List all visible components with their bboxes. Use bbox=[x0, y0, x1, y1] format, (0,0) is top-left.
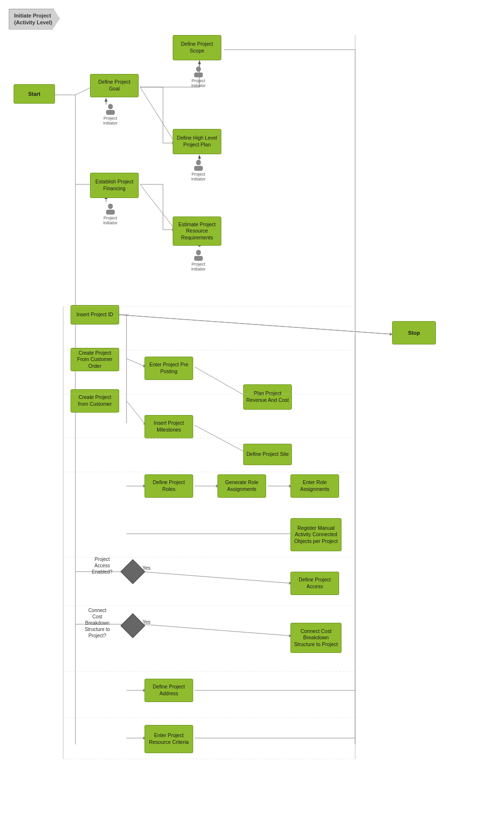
estimate-resources-box[interactable]: Estimate Project Resource Requirements bbox=[173, 217, 221, 246]
svg-line-25 bbox=[195, 425, 246, 452]
project-access-diamond bbox=[121, 560, 145, 584]
svg-line-14 bbox=[140, 184, 175, 230]
enter-role-assignments-label: Enter Role Assignments bbox=[293, 479, 337, 492]
role-project-initiator-4: Project Initiator bbox=[103, 202, 118, 225]
svg-point-38 bbox=[108, 204, 113, 209]
register-manual-activity-box[interactable]: Register Manual Activity Connected Objec… bbox=[290, 518, 342, 551]
connect-cost-breakdown-label: ConnectCostBreakdownStructure toProject? bbox=[75, 607, 119, 639]
insert-milestones-box[interactable]: Insert Project Milestones bbox=[144, 415, 193, 438]
role-project-initiator-3: Project Initiator bbox=[191, 158, 206, 181]
create-from-customer-box[interactable]: Create Project from Customer bbox=[71, 389, 119, 413]
define-project-goal-label: Define Project Goal bbox=[92, 79, 136, 92]
plan-revenue-cost-label: Plan Project Revenue And Cost bbox=[246, 390, 289, 403]
define-project-address-box[interactable]: Define Project Address bbox=[144, 679, 193, 702]
enter-pre-posting-box[interactable]: Enter Project Pre Posting bbox=[144, 357, 193, 380]
svg-point-34 bbox=[108, 104, 113, 109]
define-project-roles-box[interactable]: Define Project Roles bbox=[144, 474, 193, 498]
svg-line-24 bbox=[195, 367, 246, 396]
svg-rect-37 bbox=[194, 166, 203, 171]
enter-pre-posting-label: Enter Project Pre Posting bbox=[147, 361, 191, 375]
enter-resource-criteria-box[interactable]: Enter Project Resource Criteria bbox=[144, 725, 193, 753]
insert-milestones-label: Insert Project Milestones bbox=[147, 420, 191, 433]
role-project-initiator-1: Project Initiator bbox=[191, 65, 206, 88]
svg-line-20 bbox=[119, 315, 392, 334]
define-project-scope-box[interactable]: Define Project Scope bbox=[173, 35, 221, 60]
establish-financing-label: Establish Project Financing bbox=[92, 179, 136, 192]
define-project-address-label: Define Project Address bbox=[147, 684, 191, 697]
person-icon-5 bbox=[192, 248, 205, 262]
define-high-level-box[interactable]: Define High Level Project Plan bbox=[173, 129, 221, 154]
svg-line-9 bbox=[140, 87, 175, 143]
svg-point-36 bbox=[196, 160, 201, 165]
plan-revenue-cost-box[interactable]: Plan Project Revenue And Cost bbox=[243, 384, 292, 410]
enter-resource-criteria-label: Enter Project Resource Criteria bbox=[147, 732, 191, 745]
connector-lines bbox=[0, 0, 504, 831]
generate-role-assignments-label: Generate Role Assignments bbox=[220, 479, 264, 492]
project-access-yes-label: Yes bbox=[143, 565, 150, 571]
estimate-resources-label: Estimate Project Resource Requirements bbox=[175, 221, 219, 241]
enter-role-assignments-box[interactable]: Enter Role Assignments bbox=[290, 474, 339, 498]
diagram-container: Initiate Project (Activity Level) bbox=[0, 0, 504, 831]
start-box: Start bbox=[14, 84, 55, 104]
create-from-customer-order-box[interactable]: Create Project From Customer Order bbox=[71, 348, 119, 371]
svg-rect-33 bbox=[194, 72, 203, 77]
person-icon-2 bbox=[104, 102, 117, 116]
start-label: Start bbox=[28, 91, 40, 97]
connect-cost-breakdown-box[interactable]: Connect Cost Breakdown Structure to Proj… bbox=[290, 623, 342, 653]
stop-box: Stop bbox=[392, 321, 436, 344]
define-project-scope-label: Define Project Scope bbox=[175, 41, 219, 54]
define-project-roles-label: Define Project Roles bbox=[147, 479, 191, 492]
project-access-label: ProjectAccessEnabled? bbox=[83, 556, 122, 575]
svg-rect-35 bbox=[106, 110, 115, 115]
connect-cost-breakdown-yes-label: Yes bbox=[143, 619, 150, 625]
define-project-site-label: Define Project Site bbox=[247, 451, 289, 458]
role-project-initiator-5: Project Initiator bbox=[191, 248, 206, 271]
define-project-access-label: Define Project Access bbox=[293, 577, 337, 590]
svg-point-40 bbox=[196, 250, 201, 255]
role-project-initiator-2: Project Initiator bbox=[103, 102, 118, 126]
define-project-site-box[interactable]: Define Project Site bbox=[243, 444, 292, 465]
header-banner: Initiate Project(Activity Level) bbox=[9, 9, 59, 30]
svg-rect-41 bbox=[194, 256, 203, 261]
register-manual-activity-label: Register Manual Activity Connected Objec… bbox=[293, 525, 339, 545]
person-icon-3 bbox=[192, 158, 205, 172]
connect-cost-breakdown-diamond bbox=[121, 614, 145, 638]
generate-role-assignments-box[interactable]: Generate Role Assignments bbox=[217, 474, 266, 498]
stop-label: Stop bbox=[408, 330, 420, 336]
define-project-access-box[interactable]: Define Project Access bbox=[290, 572, 339, 595]
define-project-goal-box[interactable]: Define Project Goal bbox=[90, 74, 139, 97]
create-from-customer-label: Create Project from Customer bbox=[73, 394, 117, 407]
insert-project-id-label: Insert Project ID bbox=[76, 311, 113, 318]
svg-point-32 bbox=[196, 67, 201, 72]
create-from-customer-order-label: Create Project From Customer Order bbox=[73, 350, 117, 370]
swimlane-lines bbox=[0, 0, 504, 831]
person-icon-1 bbox=[192, 65, 205, 78]
insert-project-id-box[interactable]: Insert Project ID bbox=[71, 305, 119, 325]
define-high-level-label: Define High Level Project Plan bbox=[175, 135, 219, 148]
svg-line-2 bbox=[75, 87, 91, 95]
person-icon-4 bbox=[104, 202, 117, 216]
establish-financing-box[interactable]: Establish Project Financing bbox=[90, 173, 139, 198]
svg-rect-39 bbox=[106, 210, 115, 215]
svg-line-52 bbox=[119, 315, 392, 334]
connect-cost-breakdown-label-text: Connect Cost Breakdown Structure to Proj… bbox=[293, 628, 339, 648]
